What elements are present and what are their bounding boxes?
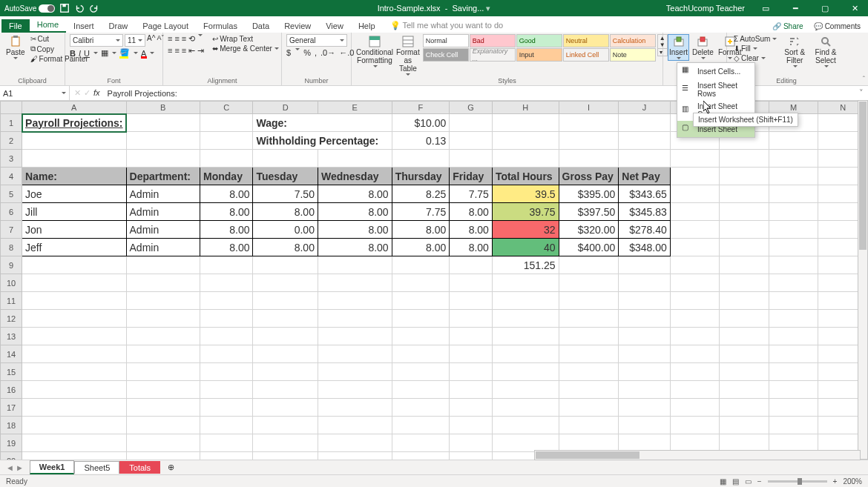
cell[interactable]: Name: (22, 168, 126, 185)
row-header[interactable]: 13 (1, 328, 22, 345)
align-center-icon[interactable]: ≡ (174, 46, 179, 56)
style-note[interactable]: Note (610, 48, 656, 62)
comments-button[interactable]: 💬Comments (814, 20, 861, 33)
cell[interactable]: 7.50 (253, 185, 318, 203)
indent-increase-icon[interactable]: ⇥ (197, 46, 204, 56)
zoom-level[interactable]: 200% (843, 477, 862, 486)
menu-page-layout[interactable]: Page Layout (135, 19, 196, 33)
zoom-slider[interactable] (768, 480, 827, 483)
row-header[interactable]: 1 (1, 114, 22, 132)
sheet-tab[interactable]: Week1 (30, 460, 75, 474)
cell[interactable]: $348.00 (619, 239, 670, 256)
row-header[interactable]: 9 (1, 256, 22, 274)
autosum-button[interactable]: ΣAutoSum (731, 34, 779, 44)
row-header[interactable]: 17 (1, 399, 22, 417)
cell[interactable]: $343.65 (619, 185, 670, 203)
grow-font-icon[interactable]: A^ (147, 34, 155, 47)
menu-data[interactable]: Data (245, 19, 277, 33)
percent-format-icon[interactable]: % (303, 48, 311, 57)
spreadsheet-grid[interactable]: ABCDEFGHIJKLMN 1 Payroll Projections: Wa… (0, 101, 868, 470)
sort-filter-button[interactable]: Sort & Filter (780, 34, 809, 69)
cell[interactable]: 8.00 (200, 185, 253, 203)
cell[interactable]: 8.00 (392, 221, 450, 239)
save-icon[interactable] (59, 3, 70, 13)
align-right-icon[interactable]: ≡ (182, 46, 186, 56)
style-linked-cell[interactable]: Linked Cell (563, 48, 609, 62)
cell[interactable]: Tuesday (253, 168, 318, 185)
cell[interactable]: 8.00 (200, 203, 253, 221)
insert-rows-item[interactable]: ☰Insert Sheet Rows (677, 79, 754, 100)
style-good[interactable]: Good (516, 34, 562, 47)
style-input[interactable]: Input (516, 48, 562, 62)
ribbon-options-icon[interactable]: ▭ (757, 2, 775, 14)
row-header[interactable]: 2 (1, 132, 22, 150)
style-neutral[interactable]: Neutral (563, 34, 609, 47)
menu-formulas[interactable]: Formulas (196, 19, 245, 33)
vertical-scrollbar[interactable] (858, 100, 868, 460)
style-explanatory[interactable]: Explanatory ... (470, 48, 516, 62)
cell-styles-gallery[interactable]: Normal Bad Good Neutral Calculation Chec… (423, 34, 656, 62)
close-icon[interactable]: ✕ (846, 2, 864, 14)
row-header[interactable]: 14 (1, 345, 22, 363)
cell[interactable]: Admin (126, 203, 200, 221)
share-button[interactable]: 🔗Share (766, 20, 809, 33)
insert-cells-button[interactable]: Insert (668, 34, 689, 61)
format-as-table-button[interactable]: Format as Table (395, 34, 421, 77)
row-header[interactable]: 8 (1, 239, 22, 256)
font-size-select[interactable]: 11 (125, 34, 145, 47)
cell[interactable]: $345.83 (619, 203, 670, 221)
cell[interactable]: Withholding Percentage: (253, 132, 392, 150)
fill-button[interactable]: ⬇Fill (731, 44, 779, 53)
border-button[interactable]: ▦ (101, 48, 108, 58)
cell[interactable]: Jon (22, 221, 126, 239)
row-header[interactable]: 15 (1, 363, 22, 381)
row-header[interactable]: 11 (1, 292, 22, 310)
zoom-out-icon[interactable]: − (757, 477, 762, 486)
cell[interactable]: 39.5 (492, 185, 559, 203)
orientation-icon[interactable]: ⟲ (188, 34, 195, 44)
align-middle-icon[interactable]: ≡ (174, 34, 179, 44)
cell[interactable]: 8.00 (450, 221, 493, 239)
cell[interactable]: 40 (492, 239, 559, 256)
menu-review[interactable]: Review (277, 19, 318, 33)
cell[interactable]: Thursday (392, 168, 450, 185)
cell[interactable]: $395.00 (559, 185, 619, 203)
style-calculation[interactable]: Calculation (610, 34, 656, 47)
tab-next-icon[interactable]: ► (16, 463, 24, 472)
cell[interactable]: Admin (126, 221, 200, 239)
style-check-cell[interactable]: Check Cell (423, 48, 469, 62)
bold-button[interactable]: B (70, 49, 76, 58)
undo-icon[interactable] (74, 3, 85, 13)
delete-cells-button[interactable]: Delete (691, 34, 715, 61)
cell[interactable]: Wage: (253, 114, 392, 132)
user-name[interactable]: TeachUcomp Teacher (666, 4, 745, 13)
horizontal-scrollbar[interactable] (534, 450, 861, 462)
indent-decrease-icon[interactable]: ⇤ (188, 46, 195, 56)
cell[interactable]: 8.00 (200, 239, 253, 256)
expand-formula-bar-icon[interactable]: ˅ (855, 88, 868, 98)
number-format-select[interactable]: General (286, 34, 347, 47)
cell-A1[interactable]: Payroll Projections: (22, 114, 126, 132)
cancel-formula-icon[interactable]: ✕ (74, 88, 81, 98)
fx-icon[interactable]: fx (93, 88, 100, 98)
autosave-toggle[interactable]: AutoSave (4, 4, 55, 13)
wrap-text-button[interactable]: ↩Wrap Text (210, 34, 281, 44)
insert-cells-item[interactable]: ▦Insert Cells... (677, 63, 754, 79)
font-name-select[interactable]: Calibri (70, 34, 123, 47)
italic-button[interactable]: I (79, 49, 81, 58)
font-color-button[interactable]: A (141, 49, 146, 58)
name-box[interactable]: A1 (0, 86, 70, 100)
menu-help[interactable]: Help (351, 19, 383, 33)
align-left-icon[interactable]: ≡ (168, 46, 172, 56)
cell[interactable]: $320.00 (559, 221, 619, 239)
cell[interactable]: 8.00 (318, 221, 392, 239)
cell[interactable]: 8.00 (450, 203, 493, 221)
cell[interactable]: 8.00 (318, 239, 392, 256)
enter-formula-icon[interactable]: ✓ (84, 88, 91, 98)
row-header[interactable]: 10 (1, 274, 22, 292)
cell[interactable]: 8.25 (392, 185, 450, 203)
conditional-formatting-button[interactable]: Conditional Formatting (356, 34, 393, 69)
cell[interactable]: 8.00 (253, 239, 318, 256)
cell[interactable]: 39.75 (492, 203, 559, 221)
row-header[interactable]: 16 (1, 381, 22, 399)
